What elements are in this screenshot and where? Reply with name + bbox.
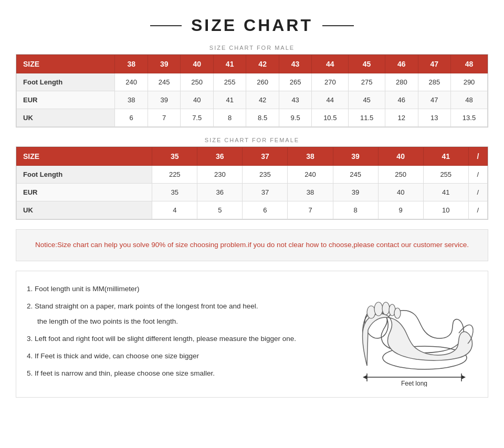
female-cell-1-0: 35 — [152, 184, 197, 201]
female-cell-2-3: 7 — [288, 201, 333, 219]
male-cell-0-6: 270 — [312, 73, 349, 91]
svg-point-3 — [374, 302, 383, 316]
female-cell-1-4: 39 — [333, 184, 378, 201]
male-header-cell-8: 45 — [349, 55, 385, 73]
male-cell-1-10: 48 — [451, 91, 488, 109]
female-cell-0-1: 230 — [197, 166, 243, 184]
female-cell-2-5: 9 — [378, 201, 423, 219]
female-header-cell-7: 41 — [423, 147, 468, 166]
female-table-body: Foot Length225230235240245250255/EUR3536… — [17, 166, 488, 219]
female-cell-1-2: 37 — [243, 184, 288, 201]
foot-svg: Feet long — [351, 292, 477, 387]
female-cell-2-2: 6 — [243, 201, 288, 219]
male-cell-1-3: 41 — [213, 91, 246, 109]
title-line-right — [322, 25, 354, 26]
male-header-cell-9: 46 — [385, 55, 418, 73]
instruction-item-3: 3. Left foot and right foot will be slig… — [27, 332, 335, 346]
page-title: SIZE CHART — [191, 16, 313, 35]
notice-text: Notice:Size chart can help you solve 90%… — [29, 239, 475, 251]
male-header-cell-4: 41 — [213, 55, 246, 73]
male-cell-0-2: 250 — [181, 73, 213, 91]
instruction-item-4: 4. If Feet is thick and wide, can choose… — [27, 349, 335, 363]
male-cell-1-8: 46 — [385, 91, 418, 109]
male-cell-2-10: 13.5 — [451, 109, 488, 127]
svg-point-4 — [382, 302, 390, 315]
female-table-row: UK45678910/ — [17, 201, 488, 219]
female-cell-1-5: 40 — [378, 184, 423, 201]
female-cell-0-5: 250 — [378, 166, 423, 184]
male-cell-0-0: 240 — [115, 73, 148, 91]
female-row-label-2: UK — [17, 201, 152, 219]
female-cell-2-4: 8 — [333, 201, 378, 219]
instructions-list: 1. Foot length unit is MM(millimeter)2. … — [22, 276, 335, 383]
female-header-cell-0: SIZE — [17, 147, 152, 166]
male-cell-2-2: 7.5 — [181, 109, 213, 127]
svg-point-6 — [394, 308, 401, 318]
male-cell-0-10: 290 — [451, 73, 488, 91]
male-cell-2-5: 9.5 — [279, 109, 311, 127]
foot-diagram: Feet long — [346, 276, 482, 387]
feet-long-label: Feet long — [401, 380, 427, 387]
male-cell-0-8: 280 — [385, 73, 418, 91]
female-cell-0-4: 245 — [333, 166, 378, 184]
male-table-body: Foot Length24024525025526026527027528028… — [17, 73, 488, 127]
female-table-row: EUR35363738394041/ — [17, 184, 488, 201]
male-cell-2-1: 7 — [148, 109, 180, 127]
female-cell-1-6: 41 — [423, 184, 468, 201]
male-cell-1-5: 43 — [279, 91, 311, 109]
male-row-label-2: UK — [17, 109, 115, 127]
male-header-cell-7: 44 — [312, 55, 349, 73]
male-cell-0-7: 275 — [349, 73, 385, 91]
female-row-label-1: EUR — [17, 184, 152, 201]
male-header-cell-0: SIZE — [17, 55, 115, 73]
female-cell-1-7: / — [468, 184, 487, 201]
female-header-cell-4: 38 — [288, 147, 333, 166]
male-row-label-0: Foot Length — [17, 73, 115, 91]
female-cell-1-3: 38 — [288, 184, 333, 201]
male-cell-2-4: 8.5 — [246, 109, 279, 127]
male-cell-2-6: 10.5 — [312, 109, 349, 127]
male-header-cell-1: 38 — [115, 55, 148, 73]
male-table-row: EUR3839404142434445464748 — [17, 91, 488, 109]
female-cell-2-0: 4 — [152, 201, 197, 219]
male-table-row: Foot Length24024525025526026527027528028… — [17, 73, 488, 91]
instructions-ol: 1. Foot length unit is MM(millimeter)2. … — [27, 282, 335, 380]
male-cell-0-3: 255 — [213, 73, 246, 91]
male-cell-2-8: 12 — [385, 109, 418, 127]
male-table: SIZE3839404142434445464748 Foot Length24… — [16, 55, 488, 127]
right-arrow — [461, 375, 466, 379]
male-cell-1-6: 44 — [312, 91, 349, 109]
male-header-cell-5: 42 — [246, 55, 279, 73]
male-cell-0-4: 260 — [246, 73, 279, 91]
female-cell-1-1: 36 — [197, 184, 243, 201]
male-cell-2-0: 6 — [115, 109, 148, 127]
male-table-row: UK677.588.59.510.511.5121313.5 — [17, 109, 488, 127]
female-header-cell-3: 37 — [243, 147, 288, 166]
female-cell-0-0: 225 — [152, 166, 197, 184]
female-section-label: SIZE CHART FOR FEMALE — [16, 137, 488, 143]
male-header-cell-6: 43 — [279, 55, 311, 73]
male-cell-1-7: 45 — [349, 91, 385, 109]
male-header-cell-2: 39 — [148, 55, 180, 73]
male-cell-0-5: 265 — [279, 73, 311, 91]
male-cell-0-9: 285 — [418, 73, 450, 91]
male-header-cell-10: 47 — [418, 55, 450, 73]
female-cell-2-7: / — [468, 201, 487, 219]
male-cell-1-4: 42 — [246, 91, 279, 109]
female-cell-0-2: 235 — [243, 166, 288, 184]
male-cell-0-1: 245 — [148, 73, 180, 91]
male-section-label: SIZE CHART FOR MALE — [16, 45, 488, 51]
female-cell-0-3: 240 — [288, 166, 333, 184]
title-section: SIZE CHART — [16, 16, 488, 35]
instruction-item-5: 5. If feet is narrow and thin, please ch… — [27, 366, 335, 380]
male-cell-2-9: 13 — [418, 109, 450, 127]
female-header-cell-6: 40 — [378, 147, 423, 166]
instructions-section: 1. Foot length unit is MM(millimeter)2. … — [16, 271, 488, 398]
female-table-container: SIZE35363738394041/ Foot Length225230235… — [16, 146, 488, 220]
female-table-header-row: SIZE35363738394041/ — [17, 147, 488, 166]
male-cell-1-9: 47 — [418, 91, 450, 109]
male-cell-1-1: 39 — [148, 91, 180, 109]
male-cell-2-3: 8 — [213, 109, 246, 127]
female-table-row: Foot Length225230235240245250255/ — [17, 166, 488, 184]
instruction-item-0: 1. Foot length unit is MM(millimeter) — [27, 282, 335, 296]
